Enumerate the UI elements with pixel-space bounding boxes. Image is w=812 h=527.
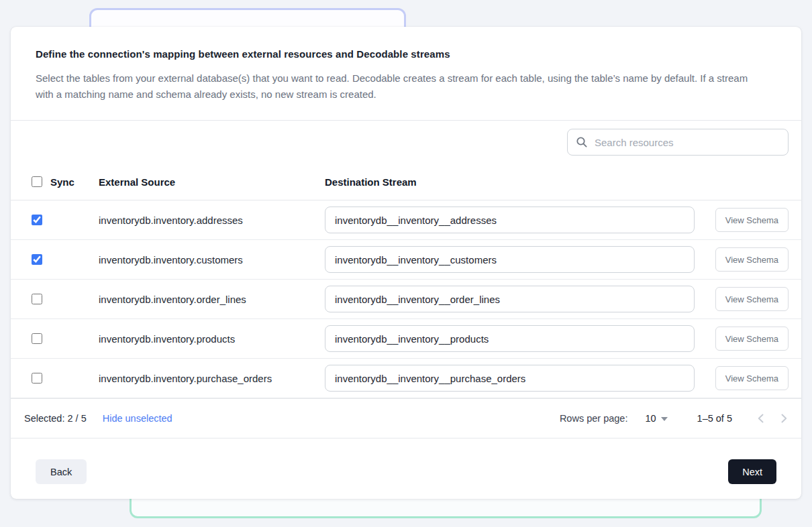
table-row: inventorydb.inventory.purchase_orders Vi…	[11, 359, 801, 398]
table-header-row: Sync External Source Destination Stream	[11, 164, 801, 200]
external-source-label: inventorydb.inventory.customers	[99, 254, 325, 266]
next-button[interactable]: Next	[728, 459, 776, 484]
column-header-external-source: External Source	[99, 176, 325, 188]
pagination-bar: Selected: 2 / 5 Hide unselected Rows per…	[11, 398, 801, 438]
table-row: inventorydb.inventory.products View Sche…	[11, 319, 801, 359]
external-source-label: inventorydb.inventory.purchase_orders	[99, 373, 325, 384]
destination-stream-input[interactable]	[325, 365, 695, 392]
chevron-down-icon	[661, 417, 668, 421]
search-input[interactable]	[595, 137, 780, 148]
search-row	[11, 121, 801, 164]
sync-checkbox[interactable]	[32, 333, 42, 344]
search-icon	[576, 136, 588, 148]
view-schema-button[interactable]: View Schema	[715, 208, 789, 232]
table-row: inventorydb.inventory.customers View Sch…	[11, 240, 801, 280]
destination-stream-input[interactable]	[325, 246, 695, 273]
view-schema-button[interactable]: View Schema	[715, 287, 789, 311]
back-button[interactable]: Back	[36, 459, 87, 484]
sync-checkbox[interactable]	[32, 215, 42, 225]
dialog-subtitle: Select the tables from your external dat…	[36, 70, 760, 103]
destination-stream-input[interactable]	[325, 286, 695, 312]
connection-mapping-dialog: Define the connection's mapping between …	[11, 27, 801, 499]
destination-stream-input[interactable]	[325, 325, 695, 352]
previous-page-button[interactable]	[756, 412, 765, 424]
table-row: inventorydb.inventory.addresses View Sch…	[11, 200, 801, 240]
dialog-title: Define the connection's mapping between …	[36, 48, 764, 60]
external-source-label: inventorydb.inventory.products	[99, 333, 325, 345]
next-page-button[interactable]	[780, 412, 789, 424]
external-source-label: inventorydb.inventory.addresses	[99, 215, 325, 226]
rows-per-page-select[interactable]: 10	[645, 413, 667, 424]
select-all-checkbox[interactable]	[32, 176, 42, 187]
sync-checkbox[interactable]	[32, 294, 42, 304]
dialog-actions: Back Next	[11, 438, 801, 499]
search-box[interactable]	[567, 129, 789, 156]
page-range-text: 1–5 of 5	[697, 413, 732, 424]
hide-unselected-link[interactable]: Hide unselected	[103, 413, 172, 424]
column-header-destination-stream: Destination Stream	[325, 176, 707, 188]
table-row: inventorydb.inventory.order_lines View S…	[11, 280, 801, 319]
chevron-right-icon	[781, 414, 787, 423]
sync-checkbox[interactable]	[32, 373, 42, 384]
column-header-sync: Sync	[50, 176, 74, 188]
dialog-header: Define the connection's mapping between …	[11, 27, 801, 120]
rows-per-page-label: Rows per page:	[560, 413, 628, 424]
selected-count: Selected: 2 / 5	[24, 413, 87, 424]
rows-per-page-value: 10	[645, 413, 656, 424]
external-source-label: inventorydb.inventory.order_lines	[99, 294, 325, 305]
sync-checkbox[interactable]	[32, 254, 42, 265]
chevron-left-icon	[758, 414, 764, 423]
view-schema-button[interactable]: View Schema	[715, 366, 789, 390]
destination-stream-input[interactable]	[325, 207, 695, 233]
view-schema-button[interactable]: View Schema	[715, 247, 789, 272]
view-schema-button[interactable]: View Schema	[715, 327, 789, 351]
